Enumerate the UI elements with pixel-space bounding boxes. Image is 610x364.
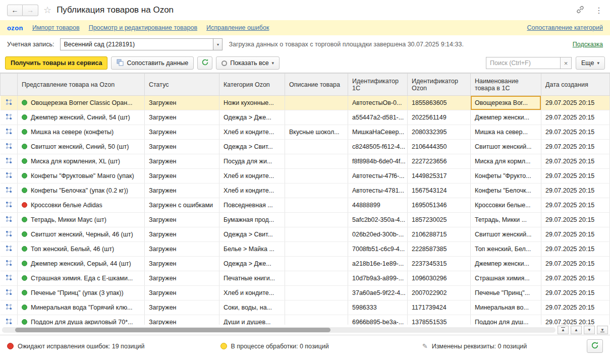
cell-description[interactable] (285, 286, 348, 300)
cell-id-ozon[interactable]: 2106444350 (408, 140, 471, 154)
cell-product-name[interactable]: Джемпер женский, Синий, 54 (шт) (18, 110, 145, 125)
cell-name-1c[interactable]: Минеральная во... (471, 300, 541, 315)
account-input[interactable] (61, 39, 213, 50)
column-header[interactable]: Описание товара (285, 74, 348, 96)
cell-status[interactable]: Загружен (145, 315, 219, 325)
cell-name-1c[interactable]: Джемпер женски... (471, 257, 541, 271)
cell-name-1c[interactable]: Кроссовки белые... (471, 198, 541, 213)
back-button[interactable]: ← (7, 5, 23, 16)
cell-date-created[interactable]: 29.07.2025 20:15 (541, 154, 610, 169)
account-dropdown-icon[interactable]: ▾ (213, 39, 222, 50)
cell-status[interactable]: Загружен с ошибками (145, 198, 219, 213)
scroll-to-top-button[interactable]: ▲ (558, 326, 569, 334)
table-row[interactable]: Джемпер женский, Серый, 44 (шт) Загружен… (1, 257, 610, 271)
cell-id-1c[interactable]: 7008fb51-c6c9-4... (348, 242, 408, 257)
cell-product-name[interactable]: Мишка на севере (конфеты) (18, 125, 145, 140)
cell-product-name[interactable]: Свитшот женский, Черный, 46 (шт) (18, 227, 145, 242)
footer-refresh-button[interactable] (587, 339, 603, 353)
cell-status[interactable]: Загружен (145, 213, 219, 227)
cell-id-ozon[interactable]: 1857230025 (408, 213, 471, 227)
cell-id-ozon[interactable]: 1096030296 (408, 271, 471, 286)
cell-id-ozon[interactable]: 1567543124 (408, 184, 471, 198)
cell-id-ozon[interactable]: 2228587385 (408, 242, 471, 257)
cell-description[interactable] (285, 154, 348, 169)
cell-date-created[interactable]: 29.07.2025 20:15 (541, 184, 610, 198)
cell-date-created[interactable]: 29.07.2025 20:15 (541, 257, 610, 271)
cell-description[interactable] (285, 169, 348, 184)
cell-product-name[interactable]: Страшная химия. Еда с Е-шками... (18, 271, 145, 286)
cell-id-ozon[interactable]: 1378551535 (408, 315, 471, 325)
table-row[interactable]: Печенье "Принц" (упак (3 упак)) Загружен… (1, 286, 610, 300)
cell-id-ozon[interactable]: 1171739424 (408, 300, 471, 315)
nav-view-edit-products[interactable]: Просмотр и редактирование товаров (89, 24, 197, 31)
cell-name-1c[interactable]: Свитшот женский... (471, 140, 541, 154)
cell-description[interactable] (285, 198, 348, 213)
cell-id-1c[interactable]: 026b20ed-300b-... (348, 227, 408, 242)
cell-id-1c[interactable]: МишкаНаСевер... (348, 125, 408, 140)
cell-date-created[interactable]: 29.07.2025 20:15 (541, 125, 610, 140)
cell-name-1c[interactable]: Топ женский, Бел... (471, 242, 541, 257)
horizontal-scrollbar-thumb[interactable] (15, 328, 330, 332)
cell-product-name[interactable]: Миска для кормления, XL (шт) (18, 154, 145, 169)
cell-id-1c[interactable]: 37a60ae5-9f22-4... (348, 286, 408, 300)
cell-id-1c[interactable]: 10d7b9a3-a899-... (348, 271, 408, 286)
nav-category-mapping[interactable]: Сопоставление категорий (527, 24, 603, 31)
cell-name-1c[interactable]: Конфеты "Белочк... (471, 184, 541, 198)
cell-id-1c[interactable]: a218b16e-1e89-... (348, 257, 408, 271)
cell-description[interactable] (285, 184, 348, 198)
cell-id-ozon[interactable]: 2022561149 (408, 110, 471, 125)
cell-status[interactable]: Загружен (145, 227, 219, 242)
cell-category[interactable]: Хлеб и кондите... (219, 286, 285, 300)
cell-name-1c[interactable]: Свитшот женский... (471, 227, 541, 242)
column-header[interactable]: Идентификатор 1С (348, 74, 408, 96)
cell-description[interactable] (285, 271, 348, 286)
cell-status[interactable]: Загружен (145, 169, 219, 184)
cell-date-created[interactable]: 29.07.2025 20:15 (541, 286, 610, 300)
column-header[interactable]: Категория Ozon (219, 74, 285, 96)
table-row[interactable]: Мишка на севере (конфеты) Загружен Хлеб … (1, 125, 610, 140)
table-row[interactable]: Конфеты "Белочка" (упак (0.2 кг)) Загруж… (1, 184, 610, 198)
cell-product-name[interactable]: Минеральная вода "Горячий клю... (18, 300, 145, 315)
cell-name-1c[interactable]: Печенье "Принц"... (471, 286, 541, 300)
cell-id-1c[interactable]: Автотесты-47f6-... (348, 169, 408, 184)
table-row[interactable]: Свитшот женский, Черный, 46 (шт) Загруже… (1, 227, 610, 242)
cell-category[interactable]: Бумажная прод... (219, 213, 285, 227)
cell-id-1c[interactable]: 5afc2b02-350a-4... (348, 213, 408, 227)
table-row[interactable]: Миска для кормления, XL (шт) Загружен По… (1, 154, 610, 169)
cell-date-created[interactable]: 29.07.2025 20:15 (541, 96, 610, 110)
horizontal-scrollbar[interactable] (2, 327, 556, 333)
cell-description[interactable] (285, 140, 348, 154)
cell-status[interactable]: Загружен (145, 184, 219, 198)
cell-status[interactable]: Загружен (145, 125, 219, 140)
match-data-button[interactable]: Сопоставить данные (111, 56, 194, 70)
cell-date-created[interactable]: 29.07.2025 20:15 (541, 110, 610, 125)
column-header[interactable]: Представление товара на Ozon (18, 74, 145, 96)
cell-product-name[interactable]: Конфеты "Белочка" (упак (0.2 кг)) (18, 184, 145, 198)
favorite-star-icon[interactable]: ☆ (43, 6, 51, 15)
table-row[interactable]: Страшная химия. Еда с Е-шками... Загруже… (1, 271, 610, 286)
cell-status[interactable]: Загружен (145, 257, 219, 271)
column-header[interactable]: Идентификатор Ozon (408, 74, 471, 96)
cell-description[interactable]: Вкусные шокол... (285, 125, 348, 140)
cell-status[interactable]: Загружен (145, 242, 219, 257)
table-row[interactable]: Кроссовки белые Adidas Загружен с ошибка… (1, 198, 610, 213)
cell-product-name[interactable]: Печенье "Принц" (упак (3 упак)) (18, 286, 145, 300)
cell-date-created[interactable]: 29.07.2025 20:15 (541, 213, 610, 227)
table-row[interactable]: Овощерезка Borner Classic Оран... Загруж… (1, 96, 610, 110)
cell-category[interactable]: Печатные книги... (219, 271, 285, 286)
scroll-to-end-button[interactable]: ▼ (597, 326, 608, 334)
cell-category[interactable]: Хлеб и кондите... (219, 184, 285, 198)
cell-description[interactable] (285, 300, 348, 315)
cell-date-created[interactable]: 29.07.2025 20:15 (541, 140, 610, 154)
cell-description[interactable] (285, 242, 348, 257)
cell-date-created[interactable]: 29.07.2025 20:15 (541, 227, 610, 242)
cell-date-created[interactable]: 29.07.2025 20:15 (541, 315, 610, 325)
cell-category[interactable]: Одежда > Свит... (219, 140, 285, 154)
cell-name-1c[interactable]: Тетрадь, Микки ... (471, 213, 541, 227)
cell-name-1c[interactable]: Страшная химия... (471, 271, 541, 286)
more-options-icon[interactable]: ⋮ (595, 6, 603, 15)
cell-category[interactable]: Белье > Майка ... (219, 242, 285, 257)
more-button[interactable]: Еще ▾ (576, 56, 605, 70)
get-products-button[interactable]: Получить товары из сервиса (5, 56, 107, 70)
cell-id-ozon[interactable]: 2106288715 (408, 227, 471, 242)
